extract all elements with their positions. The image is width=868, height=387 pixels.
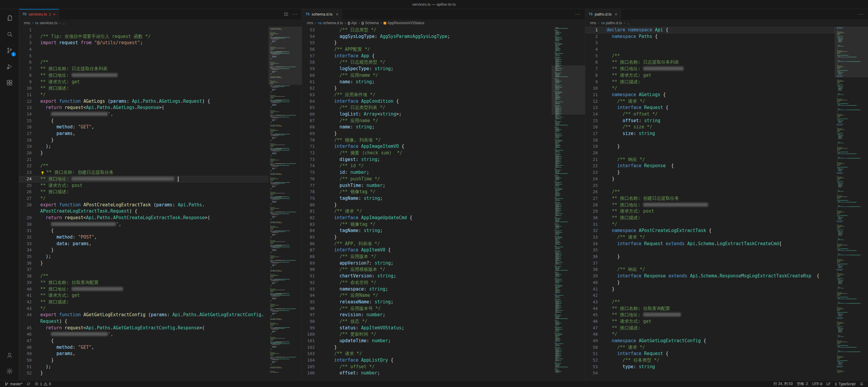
- line-number[interactable]: 5: [585, 53, 604, 59]
- line-number[interactable]: 58: [302, 59, 320, 66]
- code-line[interactable]: 3import request from "@/utils/request";: [19, 40, 268, 46]
- code-line[interactable]: 102 }: [302, 344, 551, 351]
- cursor-position-status[interactable]: 行 24, 列 53: [772, 381, 795, 387]
- line-number[interactable]: 89: [302, 260, 320, 267]
- code-line[interactable]: 23** 接口名称: 创建日志提取任务: [19, 169, 268, 176]
- code-line[interactable]: 100 /** 更新时间 */: [302, 331, 551, 338]
- line-number[interactable]: 93: [302, 286, 320, 293]
- line-number[interactable]: 64: [302, 98, 320, 105]
- line-number[interactable]: 44: [585, 305, 604, 312]
- code-line[interactable]: 57 interface App {: [302, 53, 551, 59]
- line-number[interactable]: 57: [302, 53, 320, 59]
- line-number[interactable]: 101: [302, 338, 320, 344]
- code-line[interactable]: 21 /** 响应 */: [585, 156, 835, 163]
- breadcrumb-item-Schema[interactable]: {}Schema: [362, 21, 379, 25]
- line-number[interactable]: 50: [585, 344, 604, 351]
- code-line[interactable]: 43*/: [19, 305, 268, 312]
- line-number[interactable]: 3: [585, 40, 604, 46]
- line-number[interactable]: 45: [585, 312, 604, 318]
- code-line[interactable]: 91 chartVersion: string;: [302, 273, 551, 279]
- run-and-debug-icon[interactable]: [0, 59, 19, 75]
- line-number[interactable]: 22: [585, 163, 604, 169]
- code-line[interactable]: 15 offset: string: [585, 118, 835, 124]
- code-line[interactable]: 78 /** 镜像tag */: [302, 189, 551, 195]
- line-number[interactable]: 13: [19, 105, 38, 111]
- line-number[interactable]: 84: [302, 228, 320, 234]
- line-number[interactable]: 78: [302, 189, 320, 195]
- code-line[interactable]: 69 }: [302, 130, 551, 137]
- language-status[interactable]: {} TypeScript: [833, 381, 858, 387]
- code-line[interactable]: 13 interface Request {: [585, 105, 835, 111]
- line-number[interactable]: 105: [302, 364, 320, 370]
- line-number[interactable]: 87: [302, 247, 320, 254]
- code-line[interactable]: 29 return request<Api.Paths.APostCreateL…: [19, 215, 268, 221]
- line-number[interactable]: 35: [19, 254, 38, 260]
- line-number[interactable]: 32: [585, 228, 604, 234]
- minimap-slider[interactable]: [835, 27, 868, 77]
- code-line[interactable]: 42: [585, 292, 835, 299]
- code-editor[interactable]: 53 /** 日志类型 */54 aggSysLogType: AggSysPa…: [302, 27, 551, 381]
- code-line[interactable]: 37: [19, 266, 268, 273]
- line-number[interactable]: 2: [585, 33, 604, 40]
- code-line[interactable]: 12export function AGetLogs (params: Api.…: [19, 98, 268, 105]
- search-icon[interactable]: [0, 26, 19, 42]
- line-number[interactable]: 61: [302, 79, 320, 85]
- code-line[interactable]: 86 /** APP, 列表项 */: [302, 241, 551, 247]
- code-line[interactable]: 90 /** 应用模板版本 */: [302, 266, 551, 273]
- line-number[interactable]: 68: [302, 124, 320, 130]
- source-control-icon[interactable]: 1: [0, 42, 19, 59]
- code-line[interactable]: 26 /**: [585, 189, 835, 195]
- code-line[interactable]: 58 /** 日志规范类型 */: [302, 59, 551, 66]
- code-line[interactable]: 36 }: [585, 254, 835, 260]
- settings-gear-icon[interactable]: [0, 363, 19, 379]
- code-line[interactable]: 53 type: string: [585, 364, 835, 370]
- line-number[interactable]: 16: [19, 124, 38, 130]
- line-number[interactable]: 53: [585, 364, 604, 370]
- line-number[interactable]: 96: [302, 305, 320, 312]
- minimap-slider[interactable]: [552, 65, 585, 115]
- line-number[interactable]: 27: [585, 195, 604, 202]
- line-number[interactable]: 54: [585, 370, 604, 377]
- line-number[interactable]: 71: [302, 143, 320, 150]
- line-number[interactable]: 2: [19, 33, 38, 40]
- line-number[interactable]: 34: [585, 241, 604, 247]
- line-number[interactable]: 3: [19, 40, 38, 46]
- line-number[interactable]: 28: [19, 202, 38, 208]
- code-line[interactable]: 4: [585, 46, 835, 53]
- line-number[interactable]: 63: [302, 92, 320, 98]
- line-number[interactable]: 72: [302, 150, 320, 156]
- code-line[interactable]: 22/**: [19, 163, 268, 169]
- code-line[interactable]: 55 }: [302, 40, 551, 46]
- line-number[interactable]: 103: [302, 351, 320, 357]
- code-line[interactable]: 25** 请求方式: post: [19, 182, 268, 189]
- code-line[interactable]: 56 /** APP配置 */: [302, 46, 551, 53]
- code-line[interactable]: 6/**: [19, 59, 268, 66]
- code-line[interactable]: 24** 接口地址:: [19, 176, 268, 182]
- code-line[interactable]: 19 );: [19, 143, 268, 150]
- code-line[interactable]: 31 */: [585, 221, 835, 228]
- code-line[interactable]: 38 /** 响应 */: [585, 266, 835, 273]
- code-line[interactable]: 82 interface AppImageUpdateCmd {: [302, 215, 551, 221]
- code-line[interactable]: 28 ** 接口地址:: [585, 202, 835, 208]
- line-number[interactable]: 15: [585, 118, 604, 124]
- line-number[interactable]: 102: [302, 344, 320, 351]
- line-number[interactable]: 80: [302, 202, 320, 208]
- code-line[interactable]: 27 ** 接口名称: 创建日志提取任务: [585, 195, 835, 202]
- code-line[interactable]: 89 appVersion?: string;: [302, 260, 551, 267]
- line-number[interactable]: 77: [302, 182, 320, 189]
- code-line[interactable]: 33 data: params,: [19, 241, 268, 247]
- line-number[interactable]: 1: [585, 27, 604, 33]
- line-number[interactable]: 76: [302, 176, 320, 182]
- line-number[interactable]: 90: [302, 266, 320, 273]
- line-number[interactable]: 39: [19, 279, 38, 286]
- line-number[interactable]: 42: [19, 299, 38, 305]
- code-line[interactable]: 63 /** 应用条件项 */: [302, 92, 551, 98]
- breadcrumb-item-rms[interactable]: rms: [307, 21, 313, 25]
- line-number[interactable]: 37: [585, 260, 604, 267]
- code-line[interactable]: 8** 接口地址:: [19, 72, 268, 79]
- line-number[interactable]: 21: [19, 156, 38, 163]
- breadcrumb-item-...[interactable]: ...: [627, 21, 630, 25]
- code-line[interactable]: 64 interface AppCondition {: [302, 98, 551, 105]
- line-number[interactable]: 38: [585, 266, 604, 273]
- code-line[interactable]: 16 /** size */: [585, 124, 835, 130]
